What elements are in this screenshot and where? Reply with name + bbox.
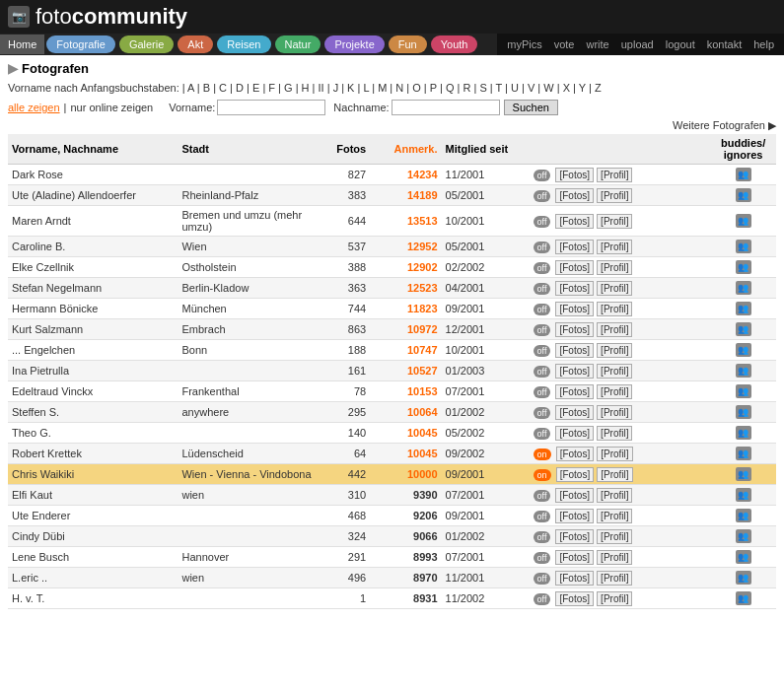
profil-link[interactable]: [Profil]: [597, 240, 632, 254]
nav-write[interactable]: write: [580, 35, 614, 53]
alpha-V[interactable]: V: [528, 82, 535, 94]
nav-logout[interactable]: logout: [660, 35, 701, 53]
weitere-link[interactable]: Weitere Fotografen ▶: [673, 119, 776, 131]
fotos-link[interactable]: [Fotos]: [555, 509, 594, 523]
profil-link[interactable]: [Profil]: [597, 571, 632, 586]
alpha-S[interactable]: S: [479, 82, 486, 94]
nur-online-filter[interactable]: nur online zeigen: [70, 102, 153, 113]
add-buddy-icon[interactable]: 👥: [736, 529, 751, 543]
fotos-link[interactable]: [Fotos]: [555, 488, 594, 503]
profil-link[interactable]: [Profil]: [597, 214, 632, 229]
add-buddy-icon[interactable]: 👥: [736, 281, 751, 295]
nav-akt[interactable]: Akt: [178, 35, 213, 53]
profil-link[interactable]: [Profil]: [597, 467, 632, 482]
add-buddy-icon[interactable]: 👥: [736, 447, 751, 460]
add-buddy-icon[interactable]: 👥: [736, 509, 751, 522]
alpha-B[interactable]: B: [203, 82, 210, 94]
profil-link[interactable]: [Profil]: [597, 384, 632, 399]
add-buddy-icon[interactable]: 👥: [736, 302, 751, 315]
nav-upload[interactable]: upload: [615, 35, 660, 53]
alpha-K[interactable]: K: [347, 82, 354, 94]
add-buddy-icon[interactable]: 👥: [736, 168, 751, 181]
alpha-U[interactable]: U: [511, 82, 519, 94]
fotos-link[interactable]: [Fotos]: [555, 214, 594, 229]
alpha-Z[interactable]: Z: [595, 82, 602, 94]
add-buddy-icon[interactable]: 👥: [736, 240, 751, 253]
alpha-C[interactable]: C: [219, 82, 227, 94]
fotos-link[interactable]: [Fotos]: [555, 571, 594, 586]
add-buddy-icon[interactable]: 👥: [736, 384, 751, 398]
add-buddy-icon[interactable]: 👥: [736, 591, 751, 605]
profil-link[interactable]: [Profil]: [597, 550, 632, 565]
alpha-D[interactable]: D: [236, 82, 244, 94]
nav-natur[interactable]: Natur: [275, 35, 321, 53]
add-buddy-icon[interactable]: 👥: [736, 343, 751, 357]
profil-link[interactable]: [Profil]: [597, 426, 632, 441]
add-buddy-icon[interactable]: 👥: [736, 405, 751, 419]
alpha-E[interactable]: E: [252, 82, 259, 94]
profil-link[interactable]: [Profil]: [597, 488, 632, 503]
add-buddy-icon[interactable]: 👥: [736, 214, 751, 228]
add-buddy-icon[interactable]: 👥: [736, 260, 751, 274]
add-buddy-icon[interactable]: 👥: [736, 322, 751, 336]
fotos-link[interactable]: [Fotos]: [555, 550, 594, 565]
add-buddy-icon[interactable]: 👥: [736, 467, 751, 481]
alpha-Y[interactable]: Y: [579, 82, 586, 94]
fotos-link[interactable]: [Fotos]: [555, 384, 594, 399]
nav-home[interactable]: Home: [0, 34, 44, 54]
fotos-link[interactable]: [Fotos]: [555, 188, 594, 203]
nachname-input[interactable]: [392, 100, 500, 115]
alpha-W[interactable]: W: [543, 82, 553, 94]
fotos-link[interactable]: [Fotos]: [556, 467, 595, 482]
alpha-T[interactable]: T: [496, 82, 503, 94]
fotos-link[interactable]: [Fotos]: [555, 240, 594, 254]
fotos-link[interactable]: [Fotos]: [555, 281, 594, 296]
fotos-link[interactable]: [Fotos]: [555, 168, 594, 182]
fotos-link[interactable]: [Fotos]: [555, 405, 594, 420]
add-buddy-icon[interactable]: 👥: [736, 364, 751, 378]
nav-mypics[interactable]: myPics: [501, 35, 547, 53]
profil-link[interactable]: [Profil]: [597, 343, 632, 358]
search-button[interactable]: Suchen: [504, 100, 558, 115]
alpha-P[interactable]: P: [430, 82, 437, 94]
profil-link[interactable]: [Profil]: [597, 188, 632, 203]
alpha-X[interactable]: X: [563, 82, 570, 94]
profil-link[interactable]: [Profil]: [597, 405, 632, 420]
nav-reisen[interactable]: Reisen: [217, 35, 270, 53]
nav-kontakt[interactable]: kontakt: [701, 35, 748, 53]
nav-help[interactable]: help: [748, 35, 780, 53]
fotos-link[interactable]: [Fotos]: [555, 364, 594, 379]
alpha-J[interactable]: J: [333, 82, 339, 94]
add-buddy-icon[interactable]: 👥: [736, 571, 751, 585]
nav-fotografie[interactable]: Fotografie: [46, 35, 115, 53]
add-buddy-icon[interactable]: 👥: [736, 426, 751, 440]
alpha-A[interactable]: A: [187, 82, 194, 94]
fotos-link[interactable]: [Fotos]: [555, 302, 594, 316]
nav-vote[interactable]: vote: [548, 35, 581, 53]
nav-fun[interactable]: Fun: [389, 35, 427, 53]
profil-link[interactable]: [Profil]: [597, 591, 632, 606]
fotos-link[interactable]: [Fotos]: [555, 260, 594, 275]
alpha-N[interactable]: N: [395, 82, 403, 94]
alpha-II[interactable]: II: [319, 82, 324, 94]
profil-link[interactable]: [Profil]: [597, 302, 632, 316]
fotos-link[interactable]: [Fotos]: [555, 322, 594, 337]
alpha-F[interactable]: F: [268, 82, 275, 94]
fotos-link[interactable]: [Fotos]: [555, 529, 594, 544]
profil-link[interactable]: [Profil]: [597, 509, 632, 523]
vorname-input[interactable]: [217, 100, 325, 115]
profil-link[interactable]: [Profil]: [597, 322, 632, 337]
add-buddy-icon[interactable]: 👥: [736, 550, 751, 564]
fotos-link[interactable]: [Fotos]: [555, 426, 594, 441]
nav-projekte[interactable]: Projekte: [324, 35, 384, 53]
fotos-link[interactable]: [Fotos]: [555, 343, 594, 358]
nav-galerie[interactable]: Galerie: [119, 35, 174, 53]
add-buddy-icon[interactable]: 👥: [736, 488, 751, 502]
alpha-R[interactable]: R: [463, 82, 470, 94]
profil-link[interactable]: [Profil]: [597, 529, 632, 544]
profil-link[interactable]: [Profil]: [597, 447, 632, 461]
profil-link[interactable]: [Profil]: [597, 168, 632, 182]
alpha-G[interactable]: G: [284, 82, 293, 94]
alpha-Q[interactable]: Q: [446, 82, 455, 94]
profil-link[interactable]: [Profil]: [597, 260, 632, 275]
